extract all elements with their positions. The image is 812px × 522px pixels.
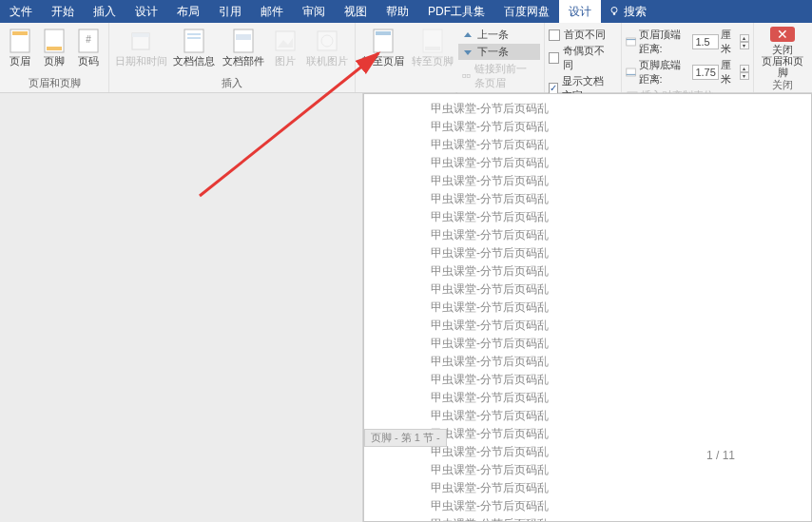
tab-design[interactable]: 设计: [126, 0, 167, 23]
document-line: 甲虫课堂-分节后页码乱: [431, 100, 811, 118]
tab-references[interactable]: 引用: [209, 0, 251, 23]
close-header-footer-button[interactable]: ✕: [770, 27, 795, 42]
svg-rect-3: [12, 31, 28, 35]
document-line: 甲虫课堂-分节后页码乱: [431, 425, 811, 443]
spin-down-icon[interactable]: ▾: [740, 42, 749, 49]
document-line: 甲虫课堂-分节后页码乱: [431, 353, 811, 371]
svg-rect-24: [467, 75, 470, 78]
group-options: 首页不同 奇偶页不同 显示文档文字 选项: [545, 23, 622, 92]
link-icon: [462, 70, 471, 82]
svg-rect-5: [47, 47, 62, 50]
ribbon: 页眉 页脚 # 页码 页眉和页脚 日期和时间 文档信息: [0, 23, 812, 93]
doc-info-button[interactable]: 文档信息: [170, 25, 218, 67]
svg-rect-23: [463, 75, 466, 78]
tab-review[interactable]: 审阅: [293, 0, 335, 23]
nav-link-previous[interactable]: 链接到前一条页眉: [458, 61, 540, 91]
group-close: ✕ 关闭 页眉和页脚 关闭: [754, 23, 812, 92]
document-page[interactable]: 甲虫课堂-分节后页码乱甲虫课堂-分节后页码乱甲虫课堂-分节后页码乱甲虫课堂-分节…: [363, 93, 812, 522]
tab-file[interactable]: 文件: [0, 0, 42, 23]
group-label-insert: 插入: [113, 76, 351, 92]
goto-footer-button[interactable]: 转至页脚: [409, 25, 456, 67]
tab-home[interactable]: 开始: [42, 0, 84, 23]
document-line: 甲虫课堂-分节后页码乱: [431, 479, 811, 497]
document-line: 甲虫课堂-分节后页码乱: [431, 515, 811, 522]
option-odd-even-different[interactable]: 奇偶页不同: [549, 44, 611, 72]
group-position: 页眉顶端距离: 1.5 厘米 ▴▾ 页脚底端距离: 1.75 厘米 ▴▾ 插入对…: [622, 23, 753, 92]
document-body: 甲虫课堂-分节后页码乱甲虫课堂-分节后页码乱甲虫课堂-分节后页码乱甲虫课堂-分节…: [364, 94, 811, 522]
doc-parts-button[interactable]: 文档部件: [220, 25, 267, 67]
spinner-buttons[interactable]: ▴▾: [740, 65, 749, 80]
date-time-button[interactable]: 日期和时间: [113, 25, 168, 67]
footer-icon: [44, 29, 65, 53]
tell-me-search[interactable]: 搜索: [601, 0, 654, 23]
header-distance-icon: [626, 36, 636, 48]
header-distance-input[interactable]: 1.5: [692, 34, 719, 49]
picture-icon: [275, 29, 296, 53]
tab-insert[interactable]: 插入: [84, 0, 126, 23]
document-line: 甲虫课堂-分节后页码乱: [431, 443, 811, 461]
spin-up-icon[interactable]: ▴: [740, 34, 749, 42]
calendar-icon: [130, 29, 151, 53]
svg-text:#: #: [86, 34, 91, 45]
spin-up-icon[interactable]: ▴: [740, 65, 749, 72]
document-line: 甲虫课堂-分节后页码乱: [431, 461, 811, 479]
footer-distance-icon: [626, 67, 636, 78]
document-line: 甲虫课堂-分节后页码乱: [431, 226, 811, 244]
svg-rect-14: [236, 34, 251, 40]
checkbox-icon: [549, 29, 560, 41]
doc-info-icon: [184, 29, 204, 53]
footer-distance-input[interactable]: 1.75: [692, 65, 719, 80]
goto-footer-icon: [422, 29, 443, 53]
arrow-up-icon: [462, 29, 474, 41]
document-line: 甲虫课堂-分节后页码乱: [431, 317, 811, 335]
page-number-button[interactable]: # 页码: [72, 25, 105, 67]
footer-bottom-distance[interactable]: 页脚底端距离: 1.75 厘米 ▴▾: [626, 58, 748, 87]
footer-button[interactable]: 页脚: [38, 25, 70, 67]
tab-header-footer-design[interactable]: 设计: [559, 0, 601, 23]
document-line: 甲虫课堂-分节后页码乱: [431, 389, 811, 407]
header-button[interactable]: 页眉: [4, 25, 36, 67]
option-first-page-different[interactable]: 首页不同: [549, 28, 611, 42]
page-number-icon: #: [78, 29, 99, 53]
document-line: 甲虫课堂-分节后页码乱: [431, 299, 811, 317]
document-line: 甲虫课堂-分节后页码乱: [431, 118, 811, 136]
document-line: 甲虫课堂-分节后页码乱: [431, 244, 811, 262]
svg-rect-9: [132, 33, 149, 37]
left-pane: [0, 93, 363, 522]
svg-rect-11: [187, 33, 201, 35]
document-line: 甲虫课堂-分节后页码乱: [431, 208, 811, 226]
document-line: 甲虫课堂-分节后页码乱: [431, 172, 811, 190]
nav-prev[interactable]: 上一条: [458, 27, 540, 43]
svg-rect-13: [234, 29, 253, 52]
group-label-close: 关闭: [772, 78, 793, 94]
document-line: 甲虫课堂-分节后页码乱: [431, 280, 811, 299]
group-navigation: 转至页眉 转至页脚 上一条 下一条 链接到前一条页眉: [356, 23, 545, 92]
header-top-distance[interactable]: 页眉顶端距离: 1.5 厘米 ▴▾: [626, 28, 748, 56]
doc-parts-icon: [233, 29, 254, 53]
arrow-down-icon: [462, 47, 474, 58]
spin-down-icon[interactable]: ▾: [740, 72, 749, 80]
workspace: 甲虫课堂-分节后页码乱甲虫课堂-分节后页码乱甲虫课堂-分节后页码乱甲虫课堂-分节…: [0, 93, 812, 522]
svg-rect-17: [318, 31, 337, 50]
document-line: 甲虫课堂-分节后页码乱: [431, 136, 811, 154]
group-header-footer: 页眉 页脚 # 页码 页眉和页脚: [0, 23, 109, 92]
document-line: 甲虫课堂-分节后页码乱: [431, 154, 811, 172]
goto-header-icon: [373, 29, 394, 53]
footer-section-tag[interactable]: 页脚 - 第 1 节 -: [364, 429, 447, 447]
close-icon: ✕: [777, 27, 788, 42]
nav-next[interactable]: 下一条: [458, 44, 540, 60]
tab-layout[interactable]: 布局: [167, 0, 209, 23]
svg-rect-22: [425, 47, 440, 50]
tab-help[interactable]: 帮助: [377, 0, 418, 23]
goto-header-button[interactable]: 转至页眉: [359, 25, 407, 67]
tab-baidu-netdisk[interactable]: 百度网盘: [494, 0, 559, 23]
spinner-buttons[interactable]: ▴▾: [740, 34, 749, 49]
picture-button[interactable]: 图片: [269, 25, 301, 67]
online-picture-button[interactable]: 联机图片: [303, 25, 351, 67]
tab-pdf-tools[interactable]: PDF工具集: [418, 0, 494, 23]
tab-view[interactable]: 视图: [335, 0, 377, 23]
svg-rect-12: [187, 37, 201, 39]
document-line: 甲虫课堂-分节后页码乱: [431, 335, 811, 353]
tab-mailings[interactable]: 邮件: [251, 0, 293, 23]
search-label: 搜索: [624, 4, 647, 20]
